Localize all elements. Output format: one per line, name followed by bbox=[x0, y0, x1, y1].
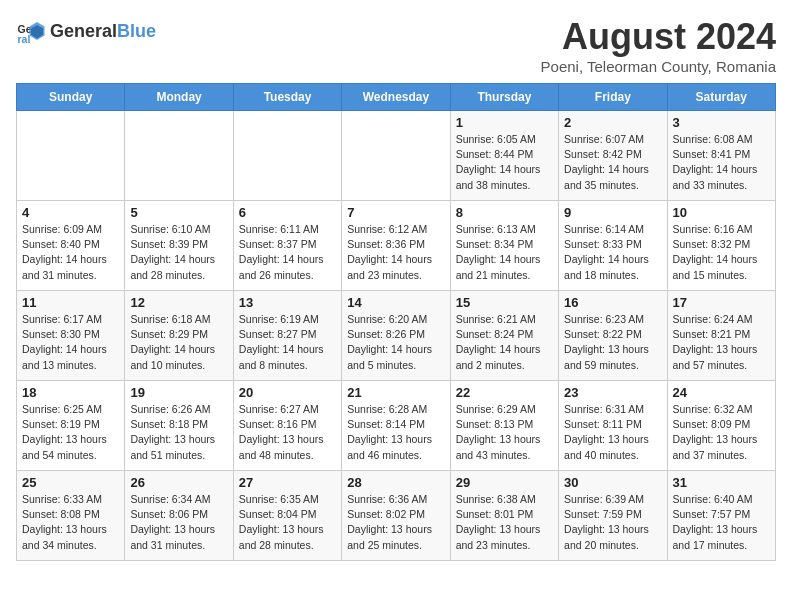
calendar-cell bbox=[342, 111, 450, 201]
day-number: 17 bbox=[673, 295, 770, 310]
day-number: 24 bbox=[673, 385, 770, 400]
day-info: Sunrise: 6:10 AM Sunset: 8:39 PM Dayligh… bbox=[130, 222, 227, 283]
day-info: Sunrise: 6:36 AM Sunset: 8:02 PM Dayligh… bbox=[347, 492, 444, 553]
day-number: 15 bbox=[456, 295, 553, 310]
day-info: Sunrise: 6:20 AM Sunset: 8:26 PM Dayligh… bbox=[347, 312, 444, 373]
calendar-cell: 28Sunrise: 6:36 AM Sunset: 8:02 PM Dayli… bbox=[342, 471, 450, 561]
day-info: Sunrise: 6:38 AM Sunset: 8:01 PM Dayligh… bbox=[456, 492, 553, 553]
day-number: 13 bbox=[239, 295, 336, 310]
calendar-cell: 31Sunrise: 6:40 AM Sunset: 7:57 PM Dayli… bbox=[667, 471, 775, 561]
weekday-header-friday: Friday bbox=[559, 84, 667, 111]
weekday-header-thursday: Thursday bbox=[450, 84, 558, 111]
day-info: Sunrise: 6:34 AM Sunset: 8:06 PM Dayligh… bbox=[130, 492, 227, 553]
day-number: 10 bbox=[673, 205, 770, 220]
calendar-cell: 30Sunrise: 6:39 AM Sunset: 7:59 PM Dayli… bbox=[559, 471, 667, 561]
day-info: Sunrise: 6:05 AM Sunset: 8:44 PM Dayligh… bbox=[456, 132, 553, 193]
day-number: 26 bbox=[130, 475, 227, 490]
calendar-cell: 24Sunrise: 6:32 AM Sunset: 8:09 PM Dayli… bbox=[667, 381, 775, 471]
day-number: 8 bbox=[456, 205, 553, 220]
calendar-week-2: 11Sunrise: 6:17 AM Sunset: 8:30 PM Dayli… bbox=[17, 291, 776, 381]
calendar-cell bbox=[17, 111, 125, 201]
day-info: Sunrise: 6:12 AM Sunset: 8:36 PM Dayligh… bbox=[347, 222, 444, 283]
day-info: Sunrise: 6:31 AM Sunset: 8:11 PM Dayligh… bbox=[564, 402, 661, 463]
day-info: Sunrise: 6:16 AM Sunset: 8:32 PM Dayligh… bbox=[673, 222, 770, 283]
day-number: 27 bbox=[239, 475, 336, 490]
calendar-cell: 17Sunrise: 6:24 AM Sunset: 8:21 PM Dayli… bbox=[667, 291, 775, 381]
day-info: Sunrise: 6:21 AM Sunset: 8:24 PM Dayligh… bbox=[456, 312, 553, 373]
page-subtitle: Poeni, Teleorman County, Romania bbox=[541, 58, 776, 75]
calendar-cell: 16Sunrise: 6:23 AM Sunset: 8:22 PM Dayli… bbox=[559, 291, 667, 381]
weekday-row: SundayMondayTuesdayWednesdayThursdayFrid… bbox=[17, 84, 776, 111]
day-number: 4 bbox=[22, 205, 119, 220]
day-info: Sunrise: 6:35 AM Sunset: 8:04 PM Dayligh… bbox=[239, 492, 336, 553]
title-area: August 2024 Poeni, Teleorman County, Rom… bbox=[541, 16, 776, 75]
calendar-cell: 6Sunrise: 6:11 AM Sunset: 8:37 PM Daylig… bbox=[233, 201, 341, 291]
calendar-cell: 29Sunrise: 6:38 AM Sunset: 8:01 PM Dayli… bbox=[450, 471, 558, 561]
calendar-header: SundayMondayTuesdayWednesdayThursdayFrid… bbox=[17, 84, 776, 111]
calendar-cell: 15Sunrise: 6:21 AM Sunset: 8:24 PM Dayli… bbox=[450, 291, 558, 381]
calendar-cell: 25Sunrise: 6:33 AM Sunset: 8:08 PM Dayli… bbox=[17, 471, 125, 561]
day-number: 22 bbox=[456, 385, 553, 400]
calendar-cell: 13Sunrise: 6:19 AM Sunset: 8:27 PM Dayli… bbox=[233, 291, 341, 381]
calendar-cell: 3Sunrise: 6:08 AM Sunset: 8:41 PM Daylig… bbox=[667, 111, 775, 201]
day-info: Sunrise: 6:23 AM Sunset: 8:22 PM Dayligh… bbox=[564, 312, 661, 373]
day-number: 29 bbox=[456, 475, 553, 490]
logo-general-text: General bbox=[50, 21, 117, 41]
calendar-cell: 7Sunrise: 6:12 AM Sunset: 8:36 PM Daylig… bbox=[342, 201, 450, 291]
day-number: 28 bbox=[347, 475, 444, 490]
calendar-week-3: 18Sunrise: 6:25 AM Sunset: 8:19 PM Dayli… bbox=[17, 381, 776, 471]
calendar-cell: 14Sunrise: 6:20 AM Sunset: 8:26 PM Dayli… bbox=[342, 291, 450, 381]
day-info: Sunrise: 6:13 AM Sunset: 8:34 PM Dayligh… bbox=[456, 222, 553, 283]
day-number: 2 bbox=[564, 115, 661, 130]
weekday-header-tuesday: Tuesday bbox=[233, 84, 341, 111]
calendar-body: 1Sunrise: 6:05 AM Sunset: 8:44 PM Daylig… bbox=[17, 111, 776, 561]
svg-text:ral: ral bbox=[18, 33, 31, 45]
day-number: 25 bbox=[22, 475, 119, 490]
day-info: Sunrise: 6:17 AM Sunset: 8:30 PM Dayligh… bbox=[22, 312, 119, 373]
day-number: 14 bbox=[347, 295, 444, 310]
calendar-cell: 26Sunrise: 6:34 AM Sunset: 8:06 PM Dayli… bbox=[125, 471, 233, 561]
day-info: Sunrise: 6:18 AM Sunset: 8:29 PM Dayligh… bbox=[130, 312, 227, 373]
calendar-cell: 22Sunrise: 6:29 AM Sunset: 8:13 PM Dayli… bbox=[450, 381, 558, 471]
calendar-cell: 19Sunrise: 6:26 AM Sunset: 8:18 PM Dayli… bbox=[125, 381, 233, 471]
day-number: 1 bbox=[456, 115, 553, 130]
day-info: Sunrise: 6:28 AM Sunset: 8:14 PM Dayligh… bbox=[347, 402, 444, 463]
logo: Gene ral GeneralBlue bbox=[16, 16, 156, 46]
calendar-cell: 23Sunrise: 6:31 AM Sunset: 8:11 PM Dayli… bbox=[559, 381, 667, 471]
day-number: 20 bbox=[239, 385, 336, 400]
day-info: Sunrise: 6:09 AM Sunset: 8:40 PM Dayligh… bbox=[22, 222, 119, 283]
calendar-cell: 21Sunrise: 6:28 AM Sunset: 8:14 PM Dayli… bbox=[342, 381, 450, 471]
day-info: Sunrise: 6:19 AM Sunset: 8:27 PM Dayligh… bbox=[239, 312, 336, 373]
calendar-cell: 12Sunrise: 6:18 AM Sunset: 8:29 PM Dayli… bbox=[125, 291, 233, 381]
calendar-cell bbox=[125, 111, 233, 201]
calendar-cell: 2Sunrise: 6:07 AM Sunset: 8:42 PM Daylig… bbox=[559, 111, 667, 201]
header: Gene ral GeneralBlue August 2024 Poeni, … bbox=[16, 16, 776, 75]
calendar-cell: 5Sunrise: 6:10 AM Sunset: 8:39 PM Daylig… bbox=[125, 201, 233, 291]
calendar-table: SundayMondayTuesdayWednesdayThursdayFrid… bbox=[16, 83, 776, 561]
day-info: Sunrise: 6:26 AM Sunset: 8:18 PM Dayligh… bbox=[130, 402, 227, 463]
calendar-cell: 20Sunrise: 6:27 AM Sunset: 8:16 PM Dayli… bbox=[233, 381, 341, 471]
calendar-week-4: 25Sunrise: 6:33 AM Sunset: 8:08 PM Dayli… bbox=[17, 471, 776, 561]
day-number: 19 bbox=[130, 385, 227, 400]
day-number: 6 bbox=[239, 205, 336, 220]
day-number: 18 bbox=[22, 385, 119, 400]
calendar-cell: 10Sunrise: 6:16 AM Sunset: 8:32 PM Dayli… bbox=[667, 201, 775, 291]
day-info: Sunrise: 6:40 AM Sunset: 7:57 PM Dayligh… bbox=[673, 492, 770, 553]
day-number: 11 bbox=[22, 295, 119, 310]
calendar-week-1: 4Sunrise: 6:09 AM Sunset: 8:40 PM Daylig… bbox=[17, 201, 776, 291]
day-info: Sunrise: 6:08 AM Sunset: 8:41 PM Dayligh… bbox=[673, 132, 770, 193]
logo-blue-text: Blue bbox=[117, 21, 156, 41]
day-number: 3 bbox=[673, 115, 770, 130]
day-number: 30 bbox=[564, 475, 661, 490]
calendar-cell bbox=[233, 111, 341, 201]
day-info: Sunrise: 6:07 AM Sunset: 8:42 PM Dayligh… bbox=[564, 132, 661, 193]
day-info: Sunrise: 6:25 AM Sunset: 8:19 PM Dayligh… bbox=[22, 402, 119, 463]
weekday-header-monday: Monday bbox=[125, 84, 233, 111]
day-number: 12 bbox=[130, 295, 227, 310]
day-number: 31 bbox=[673, 475, 770, 490]
calendar-cell: 11Sunrise: 6:17 AM Sunset: 8:30 PM Dayli… bbox=[17, 291, 125, 381]
calendar-week-0: 1Sunrise: 6:05 AM Sunset: 8:44 PM Daylig… bbox=[17, 111, 776, 201]
day-number: 23 bbox=[564, 385, 661, 400]
day-number: 16 bbox=[564, 295, 661, 310]
day-info: Sunrise: 6:14 AM Sunset: 8:33 PM Dayligh… bbox=[564, 222, 661, 283]
